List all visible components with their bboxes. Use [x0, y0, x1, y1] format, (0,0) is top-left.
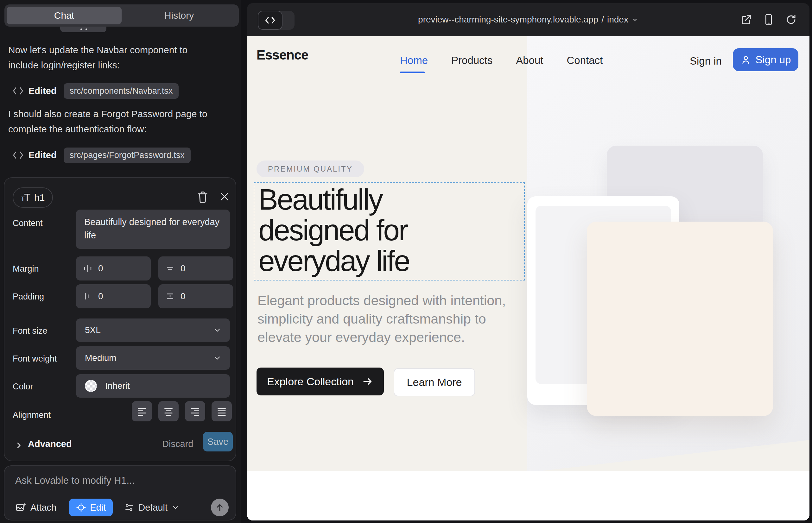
margin-x-input[interactable]: 0 — [76, 256, 151, 281]
alignment-label: Alignment — [13, 410, 51, 420]
browser-actions — [740, 3, 797, 36]
nav-link-contact[interactable]: Contact — [567, 54, 603, 67]
align-left-button[interactable] — [132, 401, 152, 421]
send-button[interactable] — [211, 499, 229, 516]
arrow-up-icon — [215, 503, 225, 512]
smartphone-icon — [763, 14, 774, 26]
align-right-button[interactable] — [185, 401, 205, 421]
target-icon — [76, 502, 86, 512]
explore-collection-button[interactable]: Explore Collection — [257, 367, 384, 395]
mobile-view-button[interactable] — [763, 14, 774, 26]
site-logo[interactable]: Essence — [257, 48, 308, 63]
premium-quality-badge: PREMIUM QUALITY — [257, 161, 364, 177]
trash-icon — [197, 191, 208, 203]
content-label: Content — [13, 218, 43, 228]
color-swatch — [85, 380, 97, 392]
url-page: index — [607, 15, 628, 25]
composer-input[interactable]: Ask Lovable to modify H1... — [15, 475, 224, 486]
edited-file-pill[interactable]: src/components/Navbar.tsx — [64, 83, 179, 99]
color-select[interactable]: Inherit — [76, 374, 230, 398]
edited-file-row: Edited src/components/Navbar.tsx — [13, 83, 179, 99]
padding-label: Padding — [13, 292, 44, 302]
sign-up-button[interactable]: Sign up — [733, 48, 798, 71]
discard-button[interactable]: Discard — [162, 439, 193, 449]
edited-label: Edited — [29, 86, 57, 96]
site-preview: Essence Home Products About Contact Sign… — [247, 36, 810, 521]
chat-message: I should also create a Forgot Password p… — [8, 106, 208, 137]
edited-label: Edited — [29, 150, 57, 161]
font-size-select[interactable]: 5XL — [76, 319, 230, 342]
align-center-icon — [163, 406, 174, 417]
close-editor-button[interactable] — [219, 191, 230, 203]
margin-label: Margin — [13, 264, 39, 274]
edit-mode-button[interactable]: Edit — [69, 499, 113, 516]
typography-icon: тT — [21, 192, 30, 203]
color-label: Color — [13, 382, 33, 392]
panel-tabbar: Chat History — [4, 4, 239, 26]
site-nav: Home Products About Contact — [400, 54, 603, 67]
tab-chat[interactable]: Chat — [7, 7, 122, 24]
chevron-right-icon — [15, 441, 23, 450]
tab-history[interactable]: History — [122, 7, 236, 24]
app-window: Chat History Now let's update the Navbar… — [0, 0, 812, 523]
nav-link-products[interactable]: Products — [451, 54, 492, 67]
decorative-card-cream — [587, 222, 773, 416]
image-plus-icon — [15, 502, 26, 513]
sign-in-link[interactable]: Sign in — [690, 55, 722, 67]
hero-section: Essence Home Products About Contact Sign… — [247, 36, 810, 471]
padding-vertical-icon — [165, 292, 175, 301]
chat-panel: Chat History Now let's update the Navbar… — [0, 0, 241, 523]
attach-button[interactable]: Attach — [15, 502, 56, 513]
margin-vertical-icon — [165, 264, 175, 273]
chevron-down-icon — [632, 16, 638, 23]
chevron-down-icon — [213, 354, 222, 362]
padding-y-input[interactable]: 0 — [158, 284, 233, 308]
advanced-label[interactable]: Advanced — [28, 439, 72, 449]
padding-x-input[interactable]: 0 — [76, 284, 151, 308]
url-host: preview--charming-site-symphony.lovable.… — [418, 15, 598, 25]
delete-element-button[interactable] — [197, 191, 208, 204]
url-breadcrumb[interactable]: preview--charming-site-symphony.lovable.… — [247, 3, 810, 36]
composer-toolbar: Attach Edit Default — [15, 498, 229, 517]
chevron-down-icon — [172, 504, 179, 511]
element-tag-label: h1 — [34, 192, 45, 203]
content-input[interactable]: Beautifully designed for everyday life — [76, 210, 230, 249]
padding-horizontal-icon — [83, 292, 92, 301]
refresh-icon — [785, 14, 797, 25]
model-default-dropdown[interactable]: Default — [124, 502, 179, 513]
code-icon — [13, 150, 23, 160]
nav-active-underline — [400, 72, 425, 73]
learn-more-button[interactable]: Learn More — [394, 368, 475, 396]
section-below-hero — [247, 471, 810, 521]
arrow-right-icon — [362, 376, 373, 387]
align-justify-icon — [216, 406, 227, 417]
chat-message: Now let's update the Navbar component to… — [8, 42, 188, 73]
advanced-expander[interactable] — [15, 441, 23, 451]
edited-file-pill[interactable]: src/pages/ForgotPassword.tsx — [64, 147, 191, 163]
align-left-icon — [137, 406, 147, 417]
refresh-button[interactable] — [785, 14, 797, 25]
sliders-icon — [124, 502, 134, 512]
element-editor-panel: тT h1 Content Beautifully designed for e… — [4, 177, 236, 461]
nav-link-about[interactable]: About — [516, 54, 543, 67]
close-icon — [219, 191, 230, 202]
nav-link-home[interactable]: Home — [400, 54, 428, 67]
margin-y-input[interactable]: 0 — [158, 256, 233, 281]
hero-paragraph: Elegant products designed with intention… — [258, 291, 506, 346]
browser-chrome: preview--charming-site-symphony.lovable.… — [247, 3, 810, 36]
font-weight-select[interactable]: Medium — [76, 346, 230, 370]
external-link-icon — [740, 14, 752, 25]
hero-heading[interactable]: Beautifully designed for everyday life — [259, 184, 409, 276]
edited-file-row: Edited src/pages/ForgotPassword.tsx — [13, 147, 191, 163]
scrolled-chip-fragment — [60, 26, 106, 32]
align-justify-button[interactable] — [212, 401, 232, 421]
align-right-icon — [190, 406, 200, 417]
url-separator: / — [601, 15, 604, 25]
user-icon — [740, 54, 751, 65]
save-button[interactable]: Save — [203, 432, 233, 451]
chat-composer: Ask Lovable to modify H1... Attach Edit … — [4, 465, 236, 521]
align-center-button[interactable] — [158, 401, 179, 421]
open-external-button[interactable] — [740, 14, 752, 25]
selected-element-chip[interactable]: тT h1 — [13, 187, 53, 208]
font-weight-label: Font weight — [13, 354, 57, 364]
